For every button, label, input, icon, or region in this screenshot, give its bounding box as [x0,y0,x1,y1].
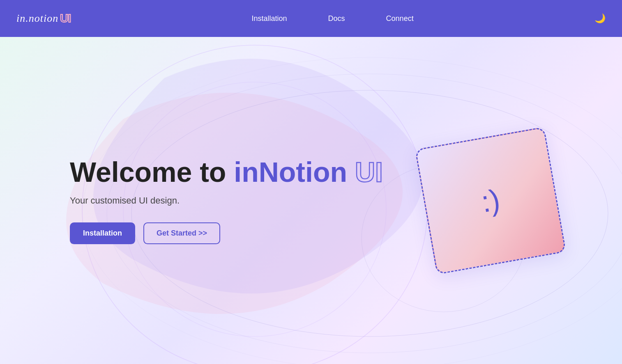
hero-section: Welcome to inNotion UI Your customised U… [0,37,622,364]
hero-deco-card-wrapper: :) [415,126,567,275]
hero-buttons: Installation Get Started >> [70,222,383,244]
logo: in.notion UI [16,12,71,25]
nav-installation-link[interactable]: Installation [252,14,287,23]
hero-content: Welcome to inNotion UI Your customised U… [70,157,383,245]
smiley-face: :) [479,182,502,218]
nav-connect-link[interactable]: Connect [386,14,414,23]
get-started-button[interactable]: Get Started >> [143,222,220,244]
installation-button[interactable]: Installation [70,222,135,244]
hero-title-outline: UI [355,156,383,188]
logo-script-text: in.notion [16,12,58,25]
hero-title: Welcome to inNotion UI [70,157,383,188]
hero-subtitle: Your customised UI design. [70,195,383,206]
hero-deco-card: :) [415,126,567,275]
hero-title-prefix: Welcome to [70,156,234,188]
navbar: in.notion UI Installation Docs Connect 🌙 [0,0,622,37]
nav-docs-link[interactable]: Docs [328,14,345,23]
nav-links: Installation Docs Connect [252,14,414,23]
hero-title-accent: inNotion [234,156,347,188]
logo-ui-text: UI [60,12,71,25]
dark-mode-button[interactable]: 🌙 [594,13,606,24]
